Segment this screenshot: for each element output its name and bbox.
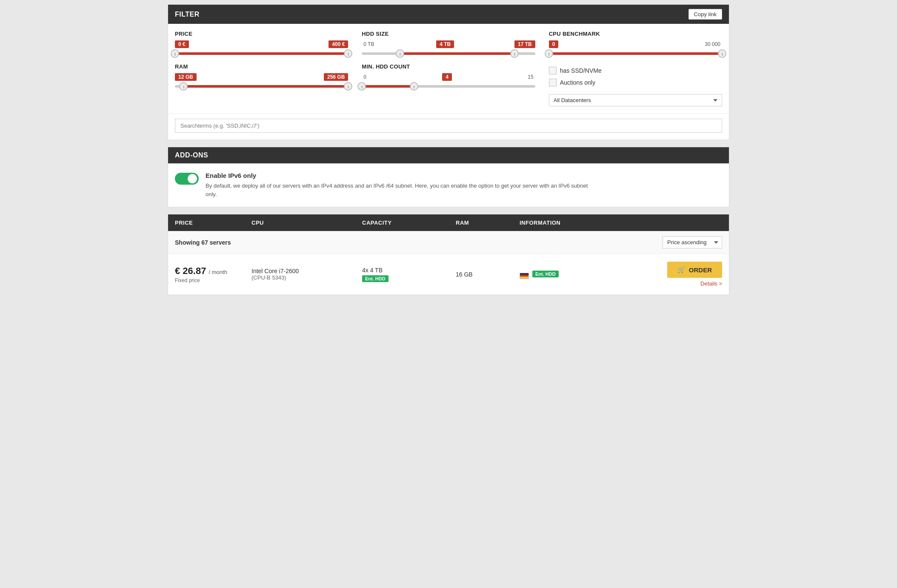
hdd-count-max: 15 xyxy=(526,73,535,81)
info-badge: Ent. HDD xyxy=(532,271,559,277)
capacity-size: 4x 4 TB xyxy=(362,267,456,274)
hdd-count-slider[interactable] xyxy=(362,83,535,89)
results-card: PRICE CPU CAPACITY RAM INFORMATION Showi… xyxy=(168,214,729,295)
filter-title: FILTER xyxy=(175,11,200,18)
cpu-benchmark-filter: CPU BENCHMARK 0 30 000 xyxy=(549,31,722,57)
hdd-size-filter: HDD SIZE 0 TB 4 TB 17 TB xyxy=(362,31,535,57)
hdd-max-badge: 17 TB xyxy=(514,40,535,48)
min-hdd-count-label: MIN. HDD COUNT xyxy=(362,63,535,70)
hdd-count-thumb-right[interactable] xyxy=(410,82,418,91)
ram-thumb-left[interactable] xyxy=(179,82,188,91)
showing-count: Showing 67 servers xyxy=(175,239,231,246)
price-thumb-right[interactable] xyxy=(344,49,352,58)
ram-label: RAM xyxy=(175,63,348,70)
order-button[interactable]: 🛒 ORDER xyxy=(667,262,722,278)
auctions-only-row[interactable]: Auctions only xyxy=(549,79,722,86)
addons-body: Enable IPv6 only By default, we deploy a… xyxy=(168,163,729,207)
col-cpu: CPU xyxy=(251,220,362,226)
ram-filter: RAM 12 GB 256 GB xyxy=(175,63,348,106)
extra-filters: has SSD/NVMe Auctions only All Datacente… xyxy=(549,63,722,106)
search-input[interactable] xyxy=(175,119,722,133)
cpu-thumb-right[interactable] xyxy=(718,49,726,58)
details-link[interactable]: Details > xyxy=(700,280,722,287)
addons-title: ADD-ONS xyxy=(175,151,208,159)
server-ram-cell: 16 GB xyxy=(456,271,520,278)
ipv6-addon-row: Enable IPv6 only By default, we deploy a… xyxy=(175,172,722,198)
hdd-size-label: HDD SIZE xyxy=(362,31,535,37)
min-hdd-count-filter: MIN. HDD COUNT 0 4 15 xyxy=(362,63,535,106)
hdd-thumb-left[interactable] xyxy=(396,49,404,58)
hdd-count-min: 0 xyxy=(362,73,368,81)
server-cpu-cell: Intel Core i7-2600 (CPU-B 5343) xyxy=(251,268,362,281)
auctions-only-label: Auctions only xyxy=(560,79,595,86)
server-capacity-cell: 4x 4 TB Ent. HDD xyxy=(362,267,456,282)
ipv6-content: Enable IPv6 only By default, we deploy a… xyxy=(206,172,588,198)
ram-thumb-right[interactable] xyxy=(344,82,352,91)
price-type: Fixed price xyxy=(175,277,251,283)
table-row: € 26.87 / month Fixed price Intel Core i… xyxy=(168,254,729,295)
ram-value: 16 GB xyxy=(456,271,473,278)
filter-header: FILTER Copy link xyxy=(168,5,729,24)
auctions-only-checkbox[interactable] xyxy=(549,79,557,86)
copy-link-button[interactable]: Copy link xyxy=(688,9,722,20)
col-ram: RAM xyxy=(456,220,520,226)
cpu-name: Intel Core i7-2600 xyxy=(251,268,362,274)
price-unit: / month xyxy=(209,269,227,275)
sort-select[interactable]: Price ascendingPrice descendingRAM ascen… xyxy=(663,236,722,248)
server-info-cell: Ent. HDD xyxy=(520,269,667,279)
cpu-slider[interactable] xyxy=(549,51,722,57)
col-price: PRICE xyxy=(175,220,251,226)
hdd-range-values: 0 TB 4 TB 17 TB xyxy=(362,40,535,48)
price-slider[interactable] xyxy=(175,51,348,57)
filter-card: FILTER Copy link PRICE 0 € 400 € xyxy=(168,4,729,140)
price-label: PRICE xyxy=(175,31,348,37)
hdd-slider[interactable] xyxy=(362,51,535,57)
server-action-cell: 🛒 ORDER Details > xyxy=(667,262,722,287)
datacenter-select[interactable]: All Datacenters xyxy=(549,94,722,106)
has-ssd-label: has SSD/NVMe xyxy=(560,67,602,74)
price-min-badge: 0 € xyxy=(175,40,189,48)
ram-min-badge: 12 GB xyxy=(175,73,197,81)
filter-body: PRICE 0 € 400 € HDD SIZE 0 TB 4 TB xyxy=(168,24,729,113)
hdd-count-current: 4 xyxy=(442,73,452,81)
ram-range-values: 12 GB 256 GB xyxy=(175,73,348,81)
addons-card: ADD-ONS Enable IPv6 only By default, we … xyxy=(168,147,729,207)
flag-icon xyxy=(520,269,529,279)
has-ssd-checkbox[interactable] xyxy=(549,67,557,74)
cart-icon: 🛒 xyxy=(677,266,686,274)
has-ssd-row[interactable]: has SSD/NVMe xyxy=(549,67,722,74)
search-bar-wrapper xyxy=(168,113,729,140)
hdd-count-range-values: 0 4 15 xyxy=(362,73,535,81)
addons-header: ADD-ONS xyxy=(168,147,729,163)
server-price-cell: € 26.87 / month Fixed price xyxy=(175,265,251,283)
results-subheader: Showing 67 servers Price ascendingPrice … xyxy=(168,231,729,254)
hdd-min-badge: 4 TB xyxy=(436,40,454,48)
ipv6-toggle[interactable] xyxy=(175,173,199,185)
cpu-benchmark-label: CPU BENCHMARK xyxy=(549,31,722,37)
price-range-values: 0 € 400 € xyxy=(175,40,348,48)
ram-slider[interactable] xyxy=(175,83,348,89)
col-capacity: CAPACITY xyxy=(362,220,456,226)
price-thumb-left[interactable] xyxy=(171,49,179,58)
results-table-header: PRICE CPU CAPACITY RAM INFORMATION xyxy=(168,214,729,231)
server-price: € 26.87 / month xyxy=(175,265,251,277)
price-filter: PRICE 0 € 400 € xyxy=(175,31,348,57)
hdd-min-plain: 0 TB xyxy=(362,40,376,48)
cpu-score: (CPU-B 5343) xyxy=(251,274,362,281)
cpu-thumb-left[interactable] xyxy=(545,49,553,58)
cpu-min-badge: 0 xyxy=(549,40,559,48)
col-info: INFORMATION xyxy=(520,220,722,226)
ipv6-description: By default, we deploy all of our servers… xyxy=(206,182,588,198)
price-max-badge: 400 € xyxy=(329,40,348,48)
cpu-range-values: 0 30 000 xyxy=(549,40,722,48)
hdd-count-thumb-left[interactable] xyxy=(357,82,366,91)
ram-max-badge: 256 GB xyxy=(324,73,348,81)
cpu-max-plain: 30 000 xyxy=(703,40,722,48)
ipv6-title: Enable IPv6 only xyxy=(206,172,588,179)
hdd-thumb-right[interactable] xyxy=(510,49,519,58)
capacity-badge: Ent. HDD xyxy=(362,275,389,282)
